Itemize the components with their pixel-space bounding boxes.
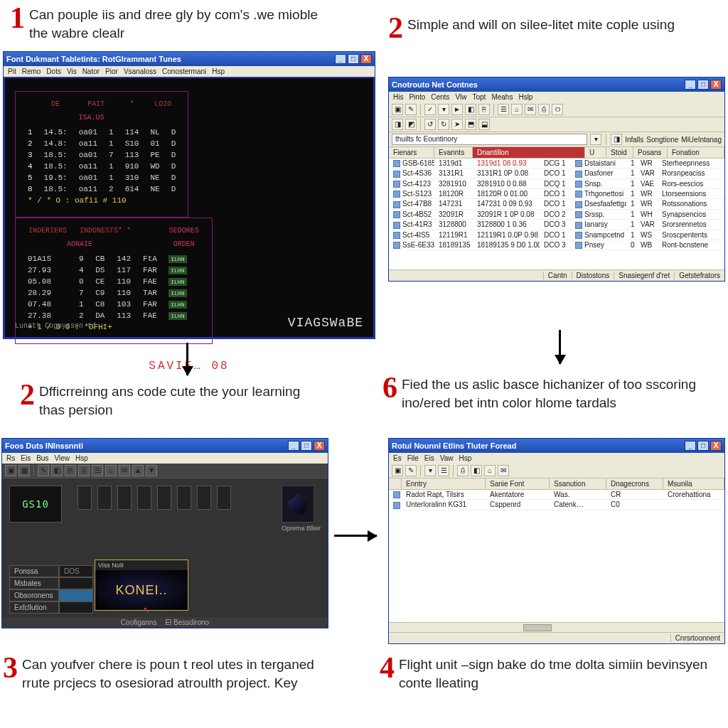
toolbar-button[interactable]: ✉	[498, 465, 509, 476]
toolbar-button[interactable]: ◧	[471, 465, 482, 476]
toolbar-button[interactable]: ▣	[5, 465, 16, 476]
col-header[interactable]: Enntry	[402, 478, 486, 489]
toolbar-button[interactable]: ✎	[405, 104, 417, 115]
thumbnail[interactable]	[157, 486, 171, 510]
h-scrollbar[interactable]	[389, 622, 724, 632]
menu-item[interactable]: Hsp	[212, 68, 225, 75]
toolbar-button[interactable]: ⎘	[478, 104, 490, 115]
table-row[interactable]: Sct-4B5232091R32091R 1 0P 0.08DCO 2Srssp…	[389, 210, 724, 220]
menu-item[interactable]: Vaw	[440, 454, 454, 462]
bottom-item[interactable]: El Bessdirono	[165, 619, 209, 626]
maximize-button[interactable]: □	[697, 441, 709, 451]
col-header[interactable]: Msunila	[663, 478, 724, 489]
toolbar-button[interactable]: ☰	[498, 104, 509, 115]
menu-item[interactable]: Eis	[21, 454, 31, 462]
toolbar-button[interactable]: ☰	[92, 465, 103, 476]
col-header[interactable]: Fienars	[389, 147, 434, 158]
toolbar-button[interactable]: ⌂	[105, 465, 117, 476]
toolbar-button[interactable]: ✓	[424, 104, 436, 115]
toolbar-button[interactable]: ⎙	[538, 104, 550, 115]
menu-item[interactable]: Vis	[67, 68, 77, 75]
table-row[interactable]: Sct-4S363131R13131R1 0P 0.08DCO 1Dasfone…	[389, 168, 724, 178]
thumbnail[interactable]	[197, 486, 211, 510]
maximize-button[interactable]: □	[348, 54, 359, 64]
prism-card[interactable]: Oprema Blleir	[282, 486, 321, 532]
thumbnail[interactable]	[117, 486, 132, 510]
thumbnail[interactable]	[137, 486, 151, 510]
menu-item[interactable]: Rs	[6, 454, 15, 462]
table-row[interactable]: Sct-47B8147231147231 0 09 0.93DCO 1Dsesf…	[389, 199, 724, 209]
col-header[interactable]: Fonation	[668, 147, 724, 158]
col-header[interactable]: Stoid	[606, 147, 633, 158]
col-header[interactable]: Sanie Font	[486, 478, 550, 489]
toolbar-button[interactable]: ⎙	[78, 465, 90, 476]
table-row[interactable]: Radot Rapt, TilsirsAkentatoreWas.CRCrore…	[389, 490, 724, 500]
titlebar[interactable]: Rotul Nounnl Etlins Tluter Foread _ □ X	[389, 439, 724, 453]
menu-item[interactable]: Pinto	[409, 93, 425, 101]
toolbar-button[interactable]: ⬓	[478, 119, 490, 130]
menu-item[interactable]: Pior	[105, 68, 118, 75]
toolbar-button[interactable]: ▲	[132, 465, 144, 476]
toolbar-button[interactable]: ୦	[552, 104, 563, 115]
toolbar-button[interactable]: ☰	[438, 465, 449, 476]
toolbar-button[interactable]: ▾	[438, 104, 449, 115]
scroll-thumb[interactable]	[523, 624, 552, 631]
menu-item[interactable]: Vlew	[54, 454, 70, 462]
table-row[interactable]: Sct-41R331288003128800 1 0.36DCO 3Ianars…	[389, 220, 724, 230]
menu-item[interactable]: Conostermani	[162, 68, 206, 75]
selected-thumbnail[interactable]: Viss No9 KONEI..	[95, 560, 188, 611]
menu-item[interactable]: Nator	[82, 68, 100, 75]
minimize-button[interactable]: _	[685, 441, 696, 451]
minimize-button[interactable]: _	[335, 54, 346, 64]
menu-item[interactable]: Vsanaloss	[124, 68, 156, 75]
close-button[interactable]: X	[710, 441, 722, 451]
toolbar-button[interactable]: ↺	[424, 119, 436, 130]
table-row[interactable]: Sct-4IS512119R112119R1 0.0P 0.98DCO 1Sna…	[389, 230, 724, 240]
col-header[interactable]	[389, 478, 402, 489]
menu-item[interactable]: Bus	[36, 454, 48, 462]
menu-item[interactable]: Meahs	[491, 93, 513, 101]
toolbar-button[interactable]: ✉	[525, 104, 536, 115]
toolbar-button[interactable]: ⌂	[484, 465, 496, 476]
toolbar-button[interactable]: ◧	[465, 104, 476, 115]
table-row[interactable]: SsE-6E331818913518189135 9 D0 1.00DCO 3P…	[389, 240, 724, 250]
titlebar[interactable]: Font Dukmant Tabletints: RotGlrammant Tu…	[4, 52, 375, 66]
col-header[interactable]: Dnantillon	[473, 147, 585, 158]
minimize-button[interactable]: _	[288, 441, 299, 451]
thumbnail[interactable]	[77, 486, 92, 510]
thumbnail[interactable]	[217, 486, 231, 510]
toolbar-button[interactable]: ➤	[451, 119, 463, 130]
col-header[interactable]: U	[585, 147, 606, 158]
menu-item[interactable]: Remo	[22, 68, 41, 75]
menu-item[interactable]: His	[393, 93, 403, 101]
table-row[interactable]: Unterloralinn KG31CsppenrdCatenk…C0	[389, 500, 724, 510]
col-header[interactable]: Ssanution	[550, 478, 606, 489]
address-input[interactable]: thuilts fc Eountinory	[392, 134, 587, 145]
menu-item[interactable]: Eis	[424, 454, 434, 462]
menu-item[interactable]: Pit	[8, 68, 16, 75]
toolbar-button[interactable]: ▾	[424, 465, 436, 476]
toolbar-button[interactable]: ⌂	[511, 104, 523, 115]
menu-item[interactable]: Es	[393, 454, 402, 462]
toolbar-button[interactable]: ✉	[119, 465, 130, 476]
menu-item[interactable]: Cents	[431, 93, 449, 101]
toolbar-button[interactable]: ▣	[392, 104, 403, 115]
toolbar-button[interactable]: ◩	[405, 119, 417, 130]
thumbnail[interactable]	[97, 486, 112, 510]
toolbar-button[interactable]: ▣	[392, 465, 403, 476]
menu-item[interactable]: Hsp	[459, 454, 471, 462]
menu-item[interactable]: File	[407, 454, 419, 462]
menu-item[interactable]: Topt	[473, 93, 486, 101]
maximize-button[interactable]: □	[301, 441, 312, 451]
titlebar[interactable]: Foos Duts INInssnnti _ □ X	[2, 439, 328, 453]
toolbar-button[interactable]: ◨	[392, 119, 403, 130]
minimize-button[interactable]: _	[685, 80, 696, 90]
close-button[interactable]: X	[710, 80, 722, 90]
table-row[interactable]: GSB-61851319d11319d1 08 0.93DCG 1Dstaist…	[389, 159, 724, 168]
toolbar-button[interactable]: ▼	[146, 465, 157, 476]
side-key[interactable]: Exfcllution	[9, 601, 59, 614]
table-row[interactable]: Sct-S12318120R18120R 0 01.00DCO 1Trhgone…	[389, 189, 724, 199]
toolbar-button[interactable]: ⬒	[465, 119, 476, 130]
titlebar[interactable]: Cnotrouto Net Contnes _ □ X	[389, 77, 724, 92]
toolbar-button[interactable]: ⎘	[65, 465, 76, 476]
